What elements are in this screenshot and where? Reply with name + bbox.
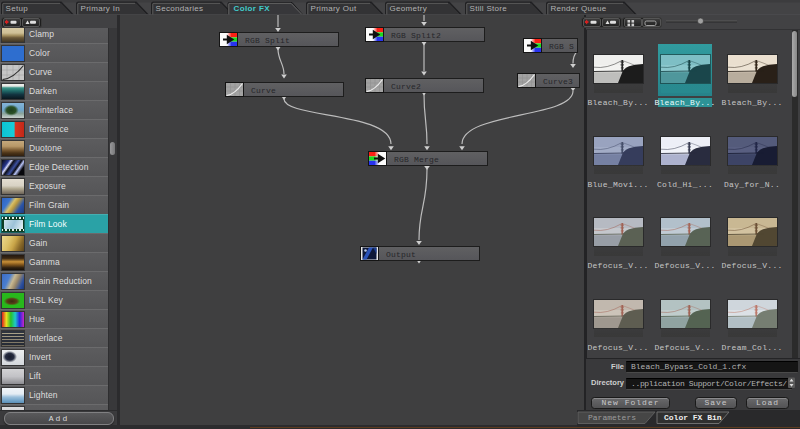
svg-text:Still Store: Still Store	[470, 4, 508, 13]
svg-text:Render Queue: Render Queue	[551, 4, 607, 13]
svg-text:Setup: Setup	[6, 4, 29, 13]
svg-text:Secondaries: Secondaries	[156, 4, 204, 13]
svg-text:Primary In: Primary In	[81, 4, 120, 13]
svg-text:Geometry: Geometry	[390, 4, 428, 13]
svg-text:Color FX: Color FX	[234, 4, 271, 13]
svg-text:Primary Out: Primary Out	[311, 4, 357, 13]
